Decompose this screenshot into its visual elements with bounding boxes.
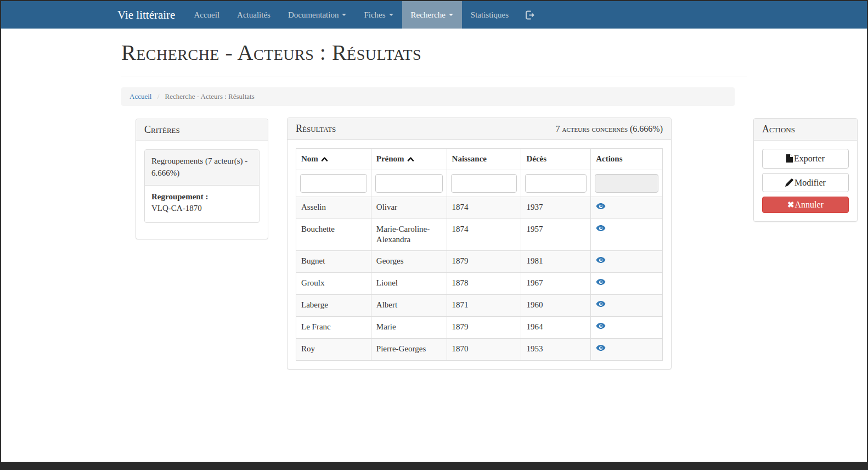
nav-item-statistiques: Statistiques <box>462 1 517 29</box>
column-label: Prénom <box>376 154 404 163</box>
table-row: Le Franc Marie 1879 1964 <box>296 316 663 338</box>
actions-panel-title: Actions <box>754 119 857 141</box>
eye-icon <box>596 322 606 330</box>
filter-input-nom[interactable] <box>300 174 367 193</box>
filter-input-naissance[interactable] <box>451 174 517 193</box>
nav-link-accueil[interactable]: Accueil <box>185 1 228 29</box>
column-label: Naissance <box>452 154 487 163</box>
table-filter-row <box>296 170 663 197</box>
criteria-panel-title: Critères <box>136 119 268 141</box>
nav-label: Recherche <box>411 10 446 20</box>
eye-icon <box>596 344 606 352</box>
breadcrumb-home-link[interactable]: Accueil <box>129 92 151 100</box>
column-header-naissance[interactable]: Naissance <box>447 149 521 170</box>
criteria-panel: Critères Regroupements (7 acteur(s) - 6.… <box>136 119 268 239</box>
top-navbar: Vie littéraire Accueil Actualités Docume… <box>1 1 867 29</box>
column-label: Nom <box>301 154 318 163</box>
sort-asc-icon <box>407 156 414 162</box>
nav-item-recherche: Recherche <box>402 1 462 29</box>
cell-naissance: 1879 <box>447 316 521 338</box>
cancel-button[interactable]: ✖Annuler <box>762 197 849 213</box>
nav-item-logout <box>517 1 543 29</box>
cell-deces: 1964 <box>521 316 591 338</box>
cell-naissance: 1874 <box>447 219 521 250</box>
nav-link-documentation[interactable]: Documentation <box>279 1 355 29</box>
pencil-icon <box>785 178 793 187</box>
caret-down-icon <box>342 14 346 16</box>
cell-prenom: Lionel <box>371 272 447 294</box>
view-record-button[interactable] <box>596 322 606 330</box>
cell-nom: Groulx <box>296 272 371 294</box>
column-label: Décès <box>526 154 546 163</box>
cell-deces: 1960 <box>521 294 591 316</box>
x-icon: ✖ <box>787 200 794 209</box>
column-header-actions: Actions <box>591 149 663 170</box>
nav-label: Statistiques <box>471 10 509 20</box>
table-row: Asselin Olivar 1874 1937 <box>296 197 663 219</box>
filter-input-actions-disabled <box>595 174 658 193</box>
criteria-group-title: Regroupements (7 acteur(s) - 6.666%) <box>145 150 259 186</box>
export-button[interactable]: Exporter <box>762 149 849 169</box>
eye-icon <box>596 202 606 210</box>
cell-nom: Laberge <box>296 294 371 316</box>
table-row: Roy Pierre-Georges 1870 1953 <box>296 338 663 360</box>
page-title: Recherche - Acteurs : Résultats <box>121 41 747 65</box>
view-record-button[interactable] <box>596 224 606 232</box>
view-record-button[interactable] <box>596 344 606 352</box>
view-record-button[interactable] <box>596 202 606 210</box>
cell-nom: Le Franc <box>296 316 371 338</box>
nav-item-actualites: Actualités <box>228 1 279 29</box>
eye-icon <box>596 224 606 232</box>
filter-input-deces[interactable] <box>525 174 587 193</box>
eye-icon <box>596 256 606 264</box>
filter-input-prenom[interactable] <box>375 174 443 193</box>
nav-label: Actualités <box>237 10 270 20</box>
nav-label: Fiches <box>364 10 385 20</box>
column-header-deces[interactable]: Décès <box>521 149 591 170</box>
view-record-button[interactable] <box>596 256 606 264</box>
criteria-group-label: Regroupement : <box>151 191 252 203</box>
cell-nom: Roy <box>296 338 371 360</box>
actions-panel: Actions Exporter Modifier ✖Annuler <box>753 118 858 222</box>
breadcrumb-current: Recherche - Acteurs : Résultats <box>165 92 255 100</box>
modify-button[interactable]: Modifier <box>762 173 849 193</box>
caret-down-icon <box>389 14 393 16</box>
eye-icon <box>596 300 606 308</box>
cell-naissance: 1871 <box>447 294 521 316</box>
table-header-row: Nom Prénom Naissance Décès Actions <box>296 149 663 170</box>
modify-label: Modifier <box>794 178 826 187</box>
results-panel-title: Résultats <box>296 123 336 135</box>
nav-item-accueil: Accueil <box>185 1 228 29</box>
nav-link-recherche[interactable]: Recherche <box>402 1 462 29</box>
cell-nom: Bouchette <box>296 219 371 250</box>
breadcrumb-separator: / <box>157 92 160 100</box>
column-header-nom[interactable]: Nom <box>296 149 371 170</box>
view-record-button[interactable] <box>596 300 606 308</box>
cancel-label: Annuler <box>795 200 824 209</box>
nav-link-actualites[interactable]: Actualités <box>228 1 279 29</box>
export-label: Exporter <box>794 154 825 163</box>
nav-link-statistiques[interactable]: Statistiques <box>462 1 517 29</box>
sort-asc-icon <box>321 156 328 162</box>
content-area: Critères Regroupements (7 acteur(s) - 6.… <box>1 106 867 430</box>
table-row: Bugnet Georges 1879 1981 <box>296 250 663 272</box>
cell-prenom: Georges <box>371 250 447 272</box>
logout-button[interactable] <box>517 1 543 29</box>
cell-deces: 1957 <box>521 219 591 250</box>
criteria-group-value: VLQ-CA-1870 <box>151 203 252 215</box>
eye-icon <box>596 278 606 286</box>
nav-label: Accueil <box>194 10 219 20</box>
cell-nom: Asselin <box>296 197 371 219</box>
caret-down-icon <box>449 14 453 16</box>
cell-deces: 1967 <box>521 272 591 294</box>
results-panel: Résultats 7 acteurs concernés (6.666%) N… <box>287 118 672 370</box>
nav-label: Documentation <box>288 10 339 20</box>
breadcrumb: Accueil / Recherche - Acteurs : Résultat… <box>121 87 735 106</box>
brand-link[interactable]: Vie littéraire <box>117 1 185 29</box>
cell-prenom: Albert <box>371 294 447 316</box>
cell-deces: 1953 <box>521 338 591 360</box>
nav-link-fiches[interactable]: Fiches <box>355 1 402 29</box>
view-record-button[interactable] <box>596 278 606 286</box>
cell-nom: Bugnet <box>296 250 371 272</box>
column-header-prenom[interactable]: Prénom <box>371 149 447 170</box>
